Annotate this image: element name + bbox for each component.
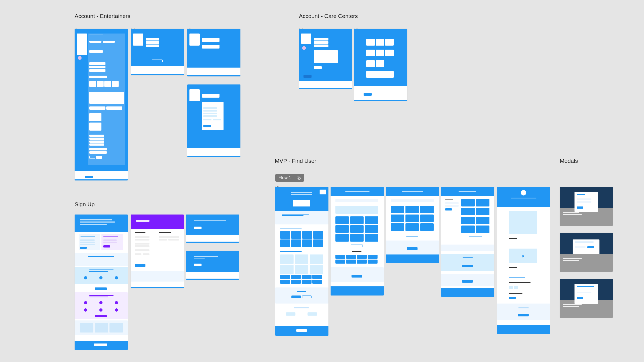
separator <box>294 176 294 180</box>
design-canvas[interactable]: Account - Entertainers Account - Care Ce… <box>0 0 644 362</box>
frame-signup-account-ready[interactable] <box>186 251 239 280</box>
frame-signup-landing[interactable] <box>75 215 128 350</box>
frame-modal-signin[interactable] <box>560 187 613 226</box>
section-title-account-care-centers: Account - Care Centers <box>299 13 358 19</box>
link-icon[interactable] <box>297 176 301 180</box>
flow-chip[interactable]: Flow 1 <box>275 174 304 182</box>
frame-mvp-home[interactable] <box>275 187 328 336</box>
flow-chip-label: Flow 1 <box>279 175 291 180</box>
section-title-account-entertainers: Account - Entertainers <box>75 13 130 19</box>
frame-billing-membership-1[interactable] <box>187 29 240 76</box>
frame-signup-profile-almost[interactable] <box>186 215 239 243</box>
frame-mvp-find-entertainment[interactable] <box>331 187 384 295</box>
frame-cc-account-settings[interactable] <box>299 29 352 89</box>
section-title-modals: Modals <box>560 158 578 164</box>
section-title-mvp-find-user: MVP - Find User <box>275 158 316 164</box>
frame-modal-find-entertainers[interactable] <box>560 233 613 272</box>
section-title-sign-up: Sign Up <box>75 201 95 208</box>
frame-profile-settings[interactable] <box>75 29 128 180</box>
frame-mvp-profile-detail[interactable] <box>497 187 550 334</box>
frame-cc-saved-entertainers[interactable] <box>354 29 407 101</box>
frame-account-settings[interactable] <box>131 29 184 75</box>
frame-signup-checkout[interactable] <box>131 215 184 288</box>
frame-mvp-search-category[interactable] <box>386 187 439 263</box>
frame-billing-membership-2[interactable] <box>187 84 240 157</box>
frame-mvp-find-musician[interactable] <box>441 187 494 297</box>
frame-modal-forgot-password[interactable] <box>560 279 613 318</box>
